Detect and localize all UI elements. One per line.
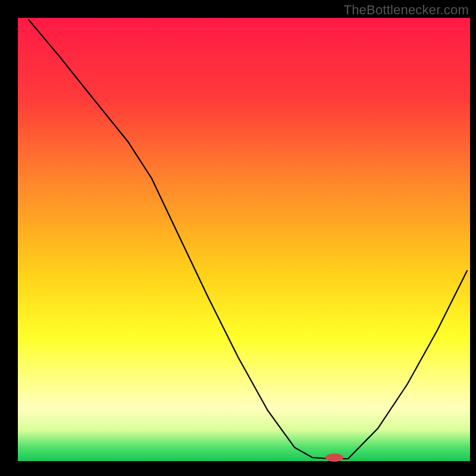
optimal-point-marker <box>325 453 343 462</box>
chart-stage <box>0 0 476 476</box>
watermark-label: TheBottlenecker.com <box>344 2 469 18</box>
bottleneck-curve-chart <box>0 0 476 476</box>
plot-background <box>18 18 470 461</box>
